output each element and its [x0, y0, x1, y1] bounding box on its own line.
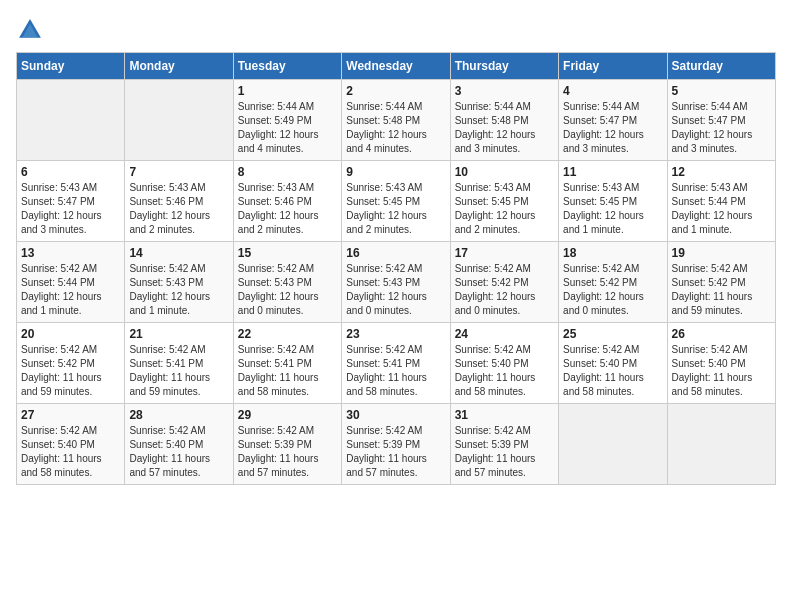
- day-number: 16: [346, 246, 445, 260]
- calendar-cell: 27Sunrise: 5:42 AMSunset: 5:40 PMDayligh…: [17, 404, 125, 485]
- calendar-cell: 4Sunrise: 5:44 AMSunset: 5:47 PMDaylight…: [559, 80, 667, 161]
- day-number: 20: [21, 327, 120, 341]
- calendar-cell: [667, 404, 775, 485]
- day-number: 6: [21, 165, 120, 179]
- calendar-cell: 7Sunrise: 5:43 AMSunset: 5:46 PMDaylight…: [125, 161, 233, 242]
- day-info: Sunrise: 5:42 AMSunset: 5:43 PMDaylight:…: [129, 262, 228, 318]
- day-number: 7: [129, 165, 228, 179]
- calendar-cell: 13Sunrise: 5:42 AMSunset: 5:44 PMDayligh…: [17, 242, 125, 323]
- day-number: 18: [563, 246, 662, 260]
- day-number: 1: [238, 84, 337, 98]
- day-info: Sunrise: 5:44 AMSunset: 5:48 PMDaylight:…: [346, 100, 445, 156]
- day-info: Sunrise: 5:42 AMSunset: 5:41 PMDaylight:…: [346, 343, 445, 399]
- day-number: 24: [455, 327, 554, 341]
- day-info: Sunrise: 5:42 AMSunset: 5:39 PMDaylight:…: [346, 424, 445, 480]
- day-info: Sunrise: 5:42 AMSunset: 5:41 PMDaylight:…: [129, 343, 228, 399]
- day-number: 10: [455, 165, 554, 179]
- day-info: Sunrise: 5:42 AMSunset: 5:42 PMDaylight:…: [21, 343, 120, 399]
- calendar-cell: 19Sunrise: 5:42 AMSunset: 5:42 PMDayligh…: [667, 242, 775, 323]
- calendar-cell: 9Sunrise: 5:43 AMSunset: 5:45 PMDaylight…: [342, 161, 450, 242]
- day-number: 14: [129, 246, 228, 260]
- day-number: 13: [21, 246, 120, 260]
- calendar-cell: 16Sunrise: 5:42 AMSunset: 5:43 PMDayligh…: [342, 242, 450, 323]
- day-info: Sunrise: 5:42 AMSunset: 5:43 PMDaylight:…: [238, 262, 337, 318]
- day-number: 21: [129, 327, 228, 341]
- day-number: 8: [238, 165, 337, 179]
- day-info: Sunrise: 5:42 AMSunset: 5:40 PMDaylight:…: [672, 343, 771, 399]
- day-number: 17: [455, 246, 554, 260]
- day-number: 11: [563, 165, 662, 179]
- day-number: 12: [672, 165, 771, 179]
- calendar-cell: 25Sunrise: 5:42 AMSunset: 5:40 PMDayligh…: [559, 323, 667, 404]
- calendar-cell: 6Sunrise: 5:43 AMSunset: 5:47 PMDaylight…: [17, 161, 125, 242]
- day-info: Sunrise: 5:44 AMSunset: 5:47 PMDaylight:…: [563, 100, 662, 156]
- calendar-cell: [559, 404, 667, 485]
- day-number: 27: [21, 408, 120, 422]
- calendar-cell: 30Sunrise: 5:42 AMSunset: 5:39 PMDayligh…: [342, 404, 450, 485]
- day-number: 19: [672, 246, 771, 260]
- calendar-cell: 31Sunrise: 5:42 AMSunset: 5:39 PMDayligh…: [450, 404, 558, 485]
- day-number: 4: [563, 84, 662, 98]
- day-info: Sunrise: 5:42 AMSunset: 5:42 PMDaylight:…: [672, 262, 771, 318]
- header-wednesday: Wednesday: [342, 53, 450, 80]
- day-info: Sunrise: 5:44 AMSunset: 5:47 PMDaylight:…: [672, 100, 771, 156]
- header-saturday: Saturday: [667, 53, 775, 80]
- calendar-cell: 11Sunrise: 5:43 AMSunset: 5:45 PMDayligh…: [559, 161, 667, 242]
- day-info: Sunrise: 5:42 AMSunset: 5:39 PMDaylight:…: [455, 424, 554, 480]
- calendar-cell: 23Sunrise: 5:42 AMSunset: 5:41 PMDayligh…: [342, 323, 450, 404]
- day-number: 5: [672, 84, 771, 98]
- calendar-cell: [17, 80, 125, 161]
- day-number: 9: [346, 165, 445, 179]
- day-info: Sunrise: 5:42 AMSunset: 5:39 PMDaylight:…: [238, 424, 337, 480]
- day-number: 30: [346, 408, 445, 422]
- calendar-cell: 1Sunrise: 5:44 AMSunset: 5:49 PMDaylight…: [233, 80, 341, 161]
- day-info: Sunrise: 5:43 AMSunset: 5:46 PMDaylight:…: [238, 181, 337, 237]
- calendar-cell: 22Sunrise: 5:42 AMSunset: 5:41 PMDayligh…: [233, 323, 341, 404]
- calendar-cell: 26Sunrise: 5:42 AMSunset: 5:40 PMDayligh…: [667, 323, 775, 404]
- day-info: Sunrise: 5:43 AMSunset: 5:47 PMDaylight:…: [21, 181, 120, 237]
- day-info: Sunrise: 5:43 AMSunset: 5:45 PMDaylight:…: [346, 181, 445, 237]
- day-info: Sunrise: 5:42 AMSunset: 5:44 PMDaylight:…: [21, 262, 120, 318]
- calendar-cell: 20Sunrise: 5:42 AMSunset: 5:42 PMDayligh…: [17, 323, 125, 404]
- day-number: 2: [346, 84, 445, 98]
- calendar-table: SundayMondayTuesdayWednesdayThursdayFrid…: [16, 52, 776, 485]
- calendar-cell: 15Sunrise: 5:42 AMSunset: 5:43 PMDayligh…: [233, 242, 341, 323]
- calendar-cell: 17Sunrise: 5:42 AMSunset: 5:42 PMDayligh…: [450, 242, 558, 323]
- calendar-cell: 10Sunrise: 5:43 AMSunset: 5:45 PMDayligh…: [450, 161, 558, 242]
- day-number: 25: [563, 327, 662, 341]
- day-info: Sunrise: 5:44 AMSunset: 5:49 PMDaylight:…: [238, 100, 337, 156]
- calendar-week-row: 27Sunrise: 5:42 AMSunset: 5:40 PMDayligh…: [17, 404, 776, 485]
- calendar-cell: 21Sunrise: 5:42 AMSunset: 5:41 PMDayligh…: [125, 323, 233, 404]
- day-info: Sunrise: 5:43 AMSunset: 5:45 PMDaylight:…: [455, 181, 554, 237]
- calendar-cell: 2Sunrise: 5:44 AMSunset: 5:48 PMDaylight…: [342, 80, 450, 161]
- header-tuesday: Tuesday: [233, 53, 341, 80]
- day-info: Sunrise: 5:42 AMSunset: 5:40 PMDaylight:…: [563, 343, 662, 399]
- day-number: 29: [238, 408, 337, 422]
- day-info: Sunrise: 5:42 AMSunset: 5:40 PMDaylight:…: [21, 424, 120, 480]
- day-number: 22: [238, 327, 337, 341]
- calendar-cell: 8Sunrise: 5:43 AMSunset: 5:46 PMDaylight…: [233, 161, 341, 242]
- day-number: 23: [346, 327, 445, 341]
- day-info: Sunrise: 5:42 AMSunset: 5:41 PMDaylight:…: [238, 343, 337, 399]
- day-info: Sunrise: 5:42 AMSunset: 5:43 PMDaylight:…: [346, 262, 445, 318]
- calendar-week-row: 1Sunrise: 5:44 AMSunset: 5:49 PMDaylight…: [17, 80, 776, 161]
- day-info: Sunrise: 5:42 AMSunset: 5:42 PMDaylight:…: [455, 262, 554, 318]
- calendar-cell: 29Sunrise: 5:42 AMSunset: 5:39 PMDayligh…: [233, 404, 341, 485]
- day-number: 31: [455, 408, 554, 422]
- calendar-week-row: 20Sunrise: 5:42 AMSunset: 5:42 PMDayligh…: [17, 323, 776, 404]
- day-info: Sunrise: 5:42 AMSunset: 5:40 PMDaylight:…: [129, 424, 228, 480]
- calendar-cell: 28Sunrise: 5:42 AMSunset: 5:40 PMDayligh…: [125, 404, 233, 485]
- day-info: Sunrise: 5:43 AMSunset: 5:44 PMDaylight:…: [672, 181, 771, 237]
- day-info: Sunrise: 5:42 AMSunset: 5:42 PMDaylight:…: [563, 262, 662, 318]
- header-monday: Monday: [125, 53, 233, 80]
- calendar-week-row: 6Sunrise: 5:43 AMSunset: 5:47 PMDaylight…: [17, 161, 776, 242]
- day-info: Sunrise: 5:44 AMSunset: 5:48 PMDaylight:…: [455, 100, 554, 156]
- header-sunday: Sunday: [17, 53, 125, 80]
- calendar-cell: 18Sunrise: 5:42 AMSunset: 5:42 PMDayligh…: [559, 242, 667, 323]
- day-number: 28: [129, 408, 228, 422]
- calendar-cell: 14Sunrise: 5:42 AMSunset: 5:43 PMDayligh…: [125, 242, 233, 323]
- calendar-cell: [125, 80, 233, 161]
- logo-icon: [16, 16, 44, 44]
- header-thursday: Thursday: [450, 53, 558, 80]
- day-info: Sunrise: 5:43 AMSunset: 5:46 PMDaylight:…: [129, 181, 228, 237]
